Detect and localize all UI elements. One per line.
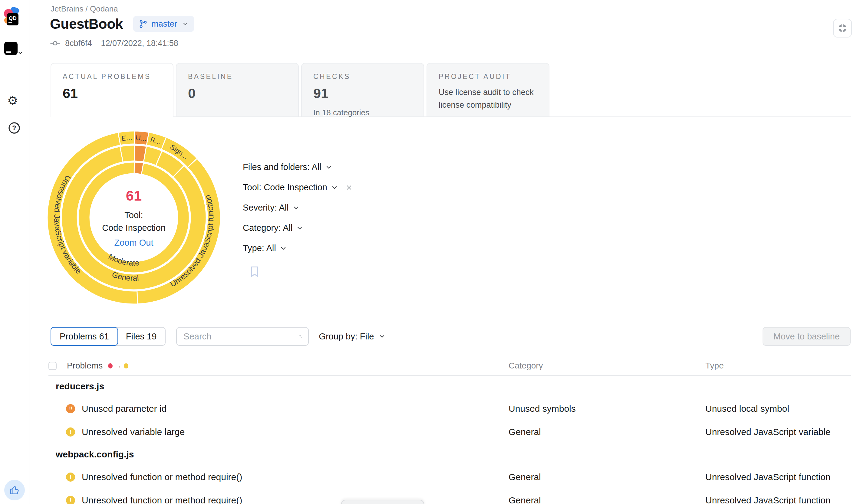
select-all-checkbox[interactable] <box>49 362 57 370</box>
problem-category: General <box>509 427 705 437</box>
lifebuoy-icon <box>837 23 848 34</box>
tab-value: 0 <box>188 86 298 101</box>
problem-title: Unresolved variable large <box>82 427 185 437</box>
problem-type: Unresolved JavaScript function <box>705 472 850 482</box>
problem-row[interactable]: !! Unused parameter id Unused symbols Un… <box>49 397 850 420</box>
ide-selector-chevron-down-icon[interactable] <box>18 50 23 57</box>
problems-sunburst-chart: Unresolved JavaScript variableUnresolved… <box>47 130 221 305</box>
search-icon <box>298 332 302 341</box>
qodana-logo-icon[interactable]: QD <box>4 7 19 25</box>
problems-column-header[interactable]: Problems <box>67 361 103 371</box>
git-branch-icon <box>139 19 148 29</box>
file-group-header[interactable]: webpack.config.js <box>49 443 850 465</box>
sunburst-chart[interactable]: Unresolved JavaScript variableUnresolved… <box>47 130 221 305</box>
svg-text:?: ? <box>12 124 16 132</box>
tab-actual-problems[interactable]: ACTUAL PROBLEMS 61 <box>51 63 173 117</box>
filter-tool[interactable]: Tool: Code Inspection <box>243 177 353 198</box>
problems-table: Problems → Category Type reducers.js !! … <box>49 357 850 504</box>
tab-project-audit[interactable]: PROJECT AUDIT Use license audit to check… <box>427 63 549 117</box>
filter-label: Files and folders: All <box>243 162 321 172</box>
yellow-severity-dot-icon <box>124 363 128 369</box>
clear-filter-icon[interactable] <box>345 184 353 191</box>
severity-moderate-icon: ! <box>66 427 75 437</box>
chevron-down-icon <box>378 333 386 340</box>
chevron-down-icon <box>325 164 332 171</box>
help-question-icon[interactable]: ? <box>8 122 21 135</box>
problem-type: Unused local symbol <box>705 404 850 414</box>
severity-moderate-icon: ! <box>66 472 75 482</box>
logo-qd-box: QD <box>7 13 19 25</box>
tab-files[interactable]: Files 19 <box>117 328 165 345</box>
commit-hash: 8cbf6f4 <box>65 39 92 48</box>
category-column-header[interactable]: Category <box>509 361 705 371</box>
filter-type[interactable]: Type: All <box>243 238 353 258</box>
bookmark-icon[interactable] <box>249 266 353 279</box>
results-toolbar: Problems 61 Files 19 Group by: File Move… <box>51 327 850 346</box>
problem-row[interactable]: ! Unresolved function or method require(… <box>49 489 850 504</box>
feedback-thumbs-up-icon[interactable] <box>4 480 25 500</box>
tab-label: BASELINE <box>188 73 298 81</box>
branch-selector[interactable]: master <box>133 16 194 32</box>
sunburst-segment[interactable] <box>78 162 189 273</box>
branch-name: master <box>151 19 178 29</box>
tab-note: In 18 categories <box>313 108 424 117</box>
results-view-switch: Problems 61 Files 19 <box>51 327 165 346</box>
chevron-down-icon <box>331 184 338 191</box>
severity-moderate-icon: ! <box>66 496 75 504</box>
search-box <box>176 327 309 346</box>
breadcrumb[interactable]: JetBrains / Qodana <box>51 4 118 14</box>
chevron-down-icon <box>296 224 303 232</box>
title-row: GuestBook master <box>50 16 194 32</box>
filter-severity[interactable]: Severity: All <box>243 198 353 218</box>
bottom-peek-button[interactable] <box>341 500 424 504</box>
tab-problems[interactable]: Problems 61 <box>51 327 118 346</box>
filter-label: Category: All <box>243 223 292 233</box>
sunburst-segment[interactable] <box>134 162 143 174</box>
problem-category: Unused symbols <box>509 404 705 414</box>
ide-selector-icon[interactable] <box>4 42 18 55</box>
filter-files-and-folders[interactable]: Files and folders: All <box>243 157 353 177</box>
group-by-label: Group by: File <box>319 331 374 341</box>
tab-baseline[interactable]: BASELINE 0 <box>176 63 299 117</box>
tab-value: 91 <box>313 86 424 101</box>
tab-value: 61 <box>63 86 173 101</box>
problem-row[interactable]: ! Unresolved function or method require(… <box>49 465 850 489</box>
move-to-baseline-button[interactable]: Move to baseline <box>762 327 850 346</box>
filters-panel: Files and folders: All Tool: Code Inspec… <box>243 157 353 279</box>
problem-title: Unresolved function or method require() <box>82 495 242 504</box>
severity-sort-indicator[interactable]: → <box>108 362 128 370</box>
zoom-out-link[interactable]: Zoom Out <box>115 238 153 248</box>
commit-icon <box>50 38 60 48</box>
settings-gear-icon[interactable]: ⚙ <box>7 95 18 107</box>
sunburst-segment[interactable] <box>120 145 135 162</box>
problem-title: Unresolved function or method require() <box>82 472 242 482</box>
tab-label: CHECKS <box>313 73 424 81</box>
sort-arrow-icon: → <box>115 362 122 370</box>
file-group-header[interactable]: reducers.js <box>49 376 850 397</box>
tab-label: PROJECT AUDIT <box>439 73 549 81</box>
tab-checks[interactable]: CHECKS 91 In 18 categories <box>301 63 424 117</box>
commit-row: 8cbf6f4 12/07/2022, 18:41:58 <box>50 38 178 48</box>
summary-tabs: ACTUAL PROBLEMS 61 BASELINE 0 CHECKS 91 … <box>51 63 850 117</box>
tab-label: ACTUAL PROBLEMS <box>63 73 173 81</box>
red-severity-dot-icon <box>108 363 113 369</box>
group-by-dropdown[interactable]: Group by: File <box>319 331 385 341</box>
support-button[interactable] <box>833 19 852 37</box>
chevron-down-icon <box>280 245 287 252</box>
commit-time: 12/07/2022, 18:41:58 <box>101 39 178 48</box>
filter-label: Tool: Code Inspection <box>243 183 327 193</box>
type-column-header[interactable]: Type <box>705 361 850 371</box>
filter-label: Severity: All <box>243 203 289 213</box>
problem-category: General <box>509 495 705 504</box>
problem-type: Unresolved JavaScript variable <box>705 427 850 437</box>
chevron-down-icon <box>292 204 300 211</box>
search-input[interactable] <box>183 331 298 342</box>
problem-type: Unresolved JavaScript function <box>705 495 850 504</box>
branch-chevron-down-icon <box>182 21 189 27</box>
filter-category[interactable]: Category: All <box>243 218 353 238</box>
filter-label: Type: All <box>243 243 276 253</box>
table-header: Problems → Category Type <box>49 357 850 376</box>
sunburst-label: U... <box>135 134 147 142</box>
problem-row[interactable]: ! Unresolved variable large General Unre… <box>49 420 850 443</box>
severity-high-icon: !! <box>66 404 75 413</box>
